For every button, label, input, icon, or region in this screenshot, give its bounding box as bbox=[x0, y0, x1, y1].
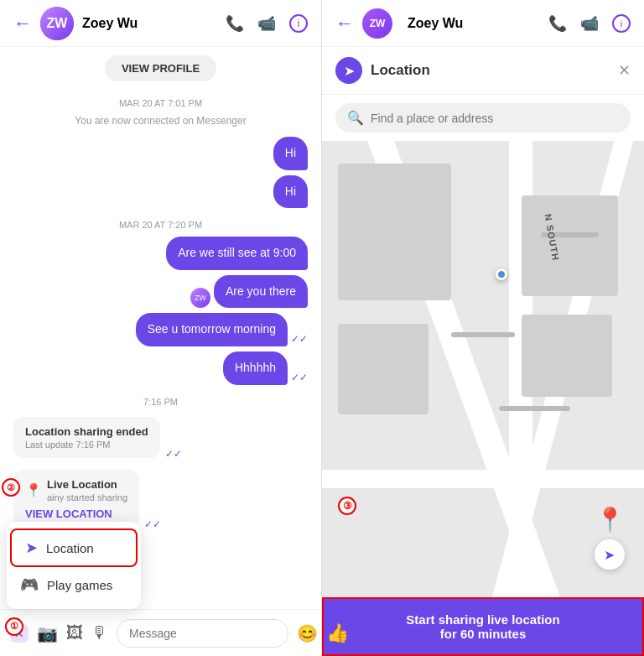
live-location-title: Live Location bbox=[47, 478, 127, 491]
timestamp-1: MAR 20 AT 7:01 PM bbox=[13, 98, 308, 108]
location-nav-icon: ➤ bbox=[335, 57, 362, 84]
video-icon[interactable]: 📹 bbox=[257, 14, 276, 33]
search-input[interactable] bbox=[371, 112, 619, 125]
card-subtitle: Last update 7:16 PM bbox=[25, 440, 148, 450]
message-bubble: Hi bbox=[273, 175, 308, 209]
share-location-button[interactable]: Start sharing live location for 60 minut… bbox=[322, 597, 644, 656]
location-panel-title: Location bbox=[371, 62, 618, 79]
message-bubble: See u tomorrow morning bbox=[136, 313, 288, 346]
right-avatar: ZW bbox=[362, 8, 392, 39]
badge-3: ③ bbox=[338, 497, 356, 515]
location-dot bbox=[496, 268, 507, 280]
map-navigate-button[interactable]: ➤ bbox=[595, 539, 625, 570]
map-block-3 bbox=[338, 164, 450, 300]
message-bubble: Hhhhhh bbox=[223, 351, 288, 385]
right-video-icon[interactable]: 📹 bbox=[580, 14, 599, 33]
map-block-1 bbox=[522, 195, 618, 296]
message-bubble: Hi bbox=[273, 137, 308, 170]
msg-row: Hhhhhh ✓✓ bbox=[13, 351, 308, 385]
x-icon-container: ① ✕ bbox=[10, 626, 29, 641]
map-block-4 bbox=[338, 324, 428, 415]
right-header-icons: 📞 📹 i bbox=[548, 14, 631, 33]
map-container: N SOUTH 📍 ➤ ③ bbox=[322, 141, 644, 597]
timestamp-2: MAR 20 AT 7:20 PM bbox=[13, 220, 308, 230]
road-line-1 bbox=[451, 332, 516, 337]
popup-location-item[interactable]: ➤ Location bbox=[10, 528, 138, 567]
check-icon: ✓✓ bbox=[291, 372, 308, 383]
check-icon: ✓✓ bbox=[165, 448, 182, 460]
right-phone-icon[interactable]: 📞 bbox=[548, 14, 567, 33]
header-icons: 📞 📹 i bbox=[226, 14, 308, 33]
message-bubble: Are you there bbox=[214, 275, 308, 309]
phone-icon[interactable]: 📞 bbox=[226, 14, 244, 33]
map-pin-icon[interactable]: 📍 bbox=[595, 506, 625, 534]
games-icon: 🎮 bbox=[20, 575, 39, 594]
check-icon: ✓✓ bbox=[144, 518, 161, 530]
badge-1: ① bbox=[5, 617, 23, 636]
info-icon[interactable]: i bbox=[289, 14, 308, 33]
road-line-2 bbox=[499, 406, 569, 411]
live-location-subtitle: ainy started sharing bbox=[47, 492, 127, 502]
card-title: Location sharing ended bbox=[25, 425, 148, 438]
right-panel: ← ZW Zoey Wu 📞 📹 i ➤ Location ✕ 🔍 bbox=[322, 0, 644, 656]
bottom-bar: ① ✕ 📷 🖼 🎙 😊 👍 bbox=[0, 609, 321, 656]
map-background: N SOUTH 📍 ➤ ③ bbox=[322, 141, 644, 597]
gallery-button[interactable]: 🖼 bbox=[66, 623, 83, 643]
popup-location-label: Location bbox=[46, 541, 94, 555]
search-bar: 🔍 bbox=[335, 103, 631, 133]
avatar-image: ZW bbox=[40, 7, 74, 40]
msg-row: Are we still see at 9:00 bbox=[13, 237, 308, 270]
right-info-icon[interactable]: i bbox=[612, 14, 631, 33]
map-block-2 bbox=[522, 315, 612, 397]
user-name: Zoey Wu bbox=[82, 16, 226, 31]
close-location-button[interactable]: ✕ bbox=[618, 61, 631, 80]
message-input[interactable] bbox=[117, 619, 288, 648]
location-icon: ➤ bbox=[25, 539, 38, 557]
avatar: ZW bbox=[40, 7, 74, 40]
check-icon: ✓✓ bbox=[291, 333, 308, 345]
popup-games-item[interactable]: 🎮 Play games bbox=[7, 567, 141, 602]
emoji-button[interactable]: 😊 bbox=[297, 623, 318, 643]
view-location-button[interactable]: VIEW LOCATION bbox=[25, 508, 127, 520]
system-message: You are now connected on Messenger bbox=[13, 115, 308, 127]
msg-row: See u tomorrow morning ✓✓ bbox=[13, 313, 308, 346]
message-bubble: Are we still see at 9:00 bbox=[166, 237, 308, 270]
left-panel: ← ZW Zoey Wu 📞 📹 i VIEW PROFILE MAR 20 A… bbox=[0, 0, 322, 656]
msg-row: ZW Are you there bbox=[13, 275, 308, 309]
like-button[interactable]: 👍 bbox=[326, 622, 349, 644]
msg-row: Location sharing ended Last update 7:16 … bbox=[13, 414, 308, 461]
location-ended-card: Location sharing ended Last update 7:16 … bbox=[13, 417, 160, 458]
road-horizontal bbox=[322, 470, 644, 488]
mic-button[interactable]: 🎙 bbox=[91, 623, 108, 643]
badge-2: ② bbox=[2, 478, 20, 497]
msg-row: Hi bbox=[13, 175, 308, 209]
live-location-icon: 📍 bbox=[25, 482, 42, 498]
view-profile-button[interactable]: VIEW PROFILE bbox=[105, 55, 216, 81]
timestamp-3: 7:16 PM bbox=[13, 397, 308, 407]
msg-row: Hi bbox=[13, 137, 308, 170]
back-button[interactable]: ← bbox=[13, 13, 32, 34]
location-panel-header: ➤ Location ✕ bbox=[322, 47, 644, 95]
popup-menu: ➤ Location 🎮 Play games bbox=[7, 522, 141, 609]
camera-button[interactable]: 📷 bbox=[37, 623, 58, 643]
search-icon: 🔍 bbox=[347, 110, 364, 126]
popup-games-label: Play games bbox=[47, 578, 112, 592]
right-header: ← ZW Zoey Wu 📞 📹 i bbox=[322, 0, 644, 47]
right-user-name: Zoey Wu bbox=[408, 16, 548, 31]
live-location-card: 📍 Live Location ainy started sharing VIE… bbox=[13, 470, 139, 528]
right-back-button[interactable]: ← bbox=[335, 13, 354, 34]
navigate-icon: ➤ bbox=[604, 547, 615, 563]
left-header: ← ZW Zoey Wu 📞 📹 i bbox=[0, 0, 321, 47]
small-avatar: ZW bbox=[190, 288, 210, 308]
